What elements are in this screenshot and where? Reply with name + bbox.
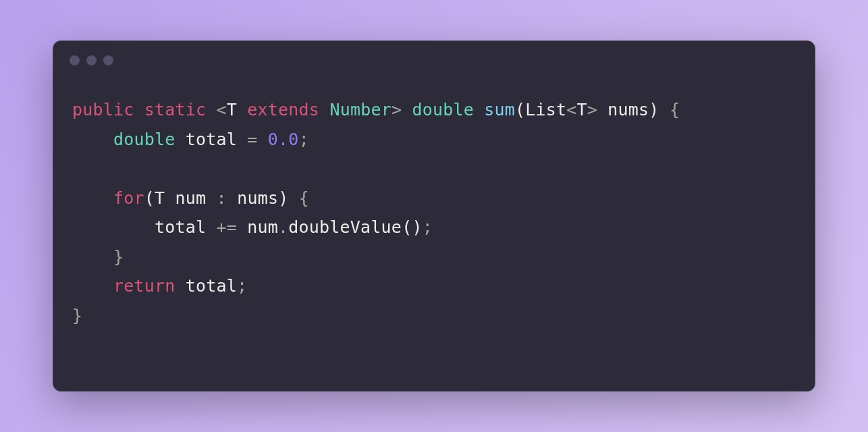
code-token: :: [217, 188, 227, 208]
code-line: double total = 0.0;: [72, 125, 796, 155]
code-token: (: [515, 100, 525, 119]
code-token: T: [227, 100, 237, 119]
code-token: num: [175, 188, 207, 208]
minimize-icon[interactable]: [86, 55, 97, 65]
title-bar: [53, 41, 815, 79]
code-token: public: [72, 100, 134, 119]
code-token: [72, 188, 113, 208]
code-line: }: [72, 242, 796, 272]
code-token: ;: [237, 276, 247, 296]
code-token: total: [155, 217, 206, 237]
code-token: [206, 100, 216, 119]
code-token: (: [144, 188, 155, 208]
code-token: T: [577, 100, 587, 119]
code-token: num: [247, 217, 278, 237]
code-token: <: [566, 100, 576, 119]
code-token: [72, 217, 155, 237]
code-token: [237, 130, 247, 149]
code-token: 0.0: [268, 130, 299, 149]
code-token: [175, 276, 186, 296]
code-token: [134, 100, 144, 119]
code-line: public static <T extends Number> double …: [72, 95, 796, 125]
code-token: ): [278, 188, 288, 208]
code-token: Number: [329, 100, 391, 119]
code-editor-window: public static <T extends Number> double …: [53, 40, 815, 392]
code-token: >: [391, 100, 402, 119]
code-token: ;: [423, 217, 433, 237]
code-token: ): [412, 217, 422, 237]
code-token: [319, 100, 329, 119]
code-line: [72, 154, 796, 184]
code-token: [72, 276, 113, 296]
close-icon[interactable]: [70, 55, 80, 65]
code-token: +=: [217, 217, 238, 237]
code-token: [402, 100, 412, 119]
code-token: List: [525, 100, 566, 119]
code-token: }: [113, 247, 124, 267]
code-token: [597, 100, 607, 119]
code-line: total += num.doubleValue();: [72, 213, 796, 242]
code-token: total: [186, 276, 237, 296]
code-token: double: [412, 100, 474, 119]
code-token: =: [247, 130, 257, 149]
code-token: doubleValue: [288, 217, 402, 237]
code-token: nums: [607, 100, 649, 119]
code-token: [237, 217, 247, 237]
code-token: [206, 188, 216, 208]
code-token: static: [144, 100, 207, 119]
code-token: ): [649, 100, 659, 119]
code-token: [165, 188, 175, 208]
code-token: nums: [237, 188, 278, 208]
maximize-icon[interactable]: [103, 55, 113, 65]
code-token: [237, 100, 247, 119]
code-line: }: [72, 301, 796, 331]
code-token: [175, 130, 186, 149]
code-token: .: [278, 217, 288, 237]
code-token: T: [155, 188, 165, 208]
code-token: [72, 130, 113, 149]
code-token: ;: [299, 130, 309, 149]
code-token: [474, 100, 484, 119]
code-token: [258, 130, 268, 149]
code-area[interactable]: public static <T extends Number> double …: [53, 79, 815, 391]
code-line: return total;: [72, 271, 796, 301]
code-token: {: [299, 188, 309, 208]
code-token: return: [113, 276, 175, 296]
code-token: [206, 217, 216, 237]
code-token: total: [186, 130, 237, 149]
code-token: sum: [484, 100, 515, 119]
code-token: [659, 100, 670, 119]
code-token: for: [113, 188, 144, 208]
code-token: (: [402, 217, 412, 237]
code-line: for(T num : nums) {: [72, 184, 796, 213]
code-token: [227, 188, 237, 208]
code-token: >: [587, 100, 597, 119]
code-token: [288, 188, 298, 208]
code-token: extends: [247, 100, 319, 119]
code-token: {: [670, 100, 680, 119]
code-token: }: [72, 306, 82, 325]
code-token: double: [113, 130, 175, 149]
code-token: [72, 159, 82, 178]
code-token: <: [217, 100, 227, 119]
code-token: [72, 247, 113, 267]
